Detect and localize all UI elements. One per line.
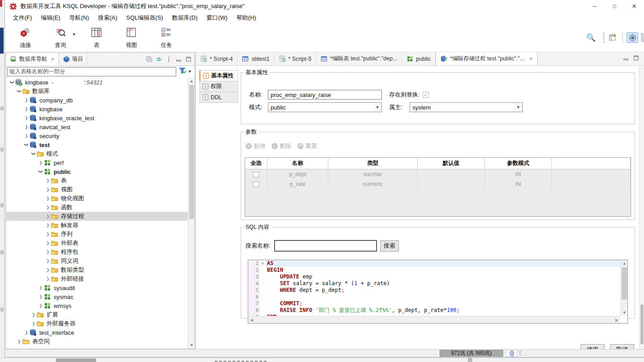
tree-item-表[interactable]: ❯表 [6,176,188,185]
scrollbar-thumb[interactable] [189,85,194,219]
scrollbar-thumb[interactable] [640,304,644,345]
param-row[interactable]: p_ratenumericIN [245,179,631,189]
editor-tab[interactable]: * Script-5 [275,52,316,65]
minimize-pane-icon[interactable] [175,56,182,63]
menu-item[interactable]: 导航(N) [65,13,93,23]
tree-item-wmsys[interactable]: ❯wmsys [6,301,188,310]
expand-icon[interactable]: ❯ [38,286,44,290]
expand-icon[interactable]: ❯ [23,107,30,111]
collapse-icon[interactable]: ❯ [10,79,14,85]
expand-icon[interactable]: ❯ [30,321,37,326]
view-menu-icon[interactable] [165,56,172,63]
code-horizontal-scrollbar[interactable]: ◀ ▶ [248,316,620,323]
editor-tab[interactable]: *编辑存储过程 test."public"."...✕ [436,52,538,65]
collapse-all-icon[interactable] [146,56,153,63]
删除-button[interactable]: −删除 [271,142,291,150]
tree-item-navicat_test[interactable]: ❯navicat_test [6,122,188,131]
tree-item-sysaudit[interactable]: ❯sysaudit [6,283,188,292]
link-editor-icon[interactable] [156,56,162,63]
expand-icon[interactable]: ❯ [23,330,30,335]
collapse-icon[interactable]: ❯ [17,88,21,94]
tree-item-存储过程[interactable]: ❯存储过程 [6,212,188,221]
scroll-right-icon[interactable]: ▶ [615,318,619,322]
editor-tab[interactable]: * Script-4 [196,52,237,65]
tree-item-company_db[interactable]: ❯company_db [6,96,188,105]
scrollbar-thumb[interactable] [622,267,627,299]
menu-item[interactable]: SQL编辑器(S) [122,13,167,23]
视图-toolbar-button[interactable]: 视图 [117,26,146,49]
collapse-icon[interactable]: ❯ [38,168,43,175]
expand-icon[interactable]: ❯ [45,187,51,192]
param-row[interactable]: p_deptvarcharIN [245,169,631,179]
search-icon[interactable]: 🔍 [586,33,596,42]
query-dropdown-icon[interactable]: ▼ [72,32,76,37]
minimize-editor-icon[interactable] [623,55,629,63]
tab-projects[interactable]: 项目 [59,53,88,66]
menu-item[interactable]: 文件(F) [8,13,37,23]
tree-item-kingbase[interactable]: ❯kingbase [6,105,188,114]
menu-item[interactable]: 窗口(W) [202,13,232,23]
side-tab-DDL[interactable]: iDDL [199,92,238,103]
tree-item-视图[interactable]: ❯视图 [6,185,188,194]
row-checkbox[interactable] [253,181,259,187]
expand-icon[interactable]: ❯ [45,268,51,272]
maximize-pane-icon[interactable] [185,56,192,63]
row-checkbox[interactable] [253,172,259,177]
expand-icon[interactable]: ❯ [16,339,22,344]
editor-tab[interactable]: public [402,52,436,65]
scroll-down-icon[interactable]: ▼ [621,309,628,316]
expand-icon[interactable]: ❯ [45,196,51,201]
expand-icon[interactable]: ❯ [45,277,51,281]
editor-pane-scrollbar[interactable] [639,66,644,349]
tree-item-外部链接[interactable]: ❯外部链接 [6,274,188,283]
tree-item-perf[interactable]: ❯perf [6,158,188,167]
tree-item-public[interactable]: ❯public [6,167,188,176]
tree-item-外部服务器[interactable]: ❯外部服务器 [6,319,188,328]
replace-if-exists-checkbox[interactable]: ✓ [423,92,429,98]
owner-select[interactable]: system ▼ [410,102,523,112]
tree-item-数据类型[interactable]: ❯数据类型 [6,265,188,274]
collapse-icon[interactable]: ❯ [24,142,29,148]
expand-icon[interactable]: ❯ [38,295,44,299]
tree-item-表空间[interactable]: ❯表空间 [6,337,188,346]
filter-funnel-icon[interactable] [179,67,186,76]
tree-item-序列[interactable]: ❯序列 [6,230,188,239]
tree-item-同义词[interactable]: ❯同义词 [6,257,188,265]
table-name-filter-input[interactable] [7,67,176,76]
close-button[interactable]: ✕ [624,0,644,13]
任务-toolbar-button[interactable]: 任务 [152,26,181,49]
maximize-editor-icon[interactable] [633,55,640,63]
expand-icon[interactable]: ❯ [23,134,30,138]
minimize-button[interactable]: ─ [585,0,605,13]
procedure-name-input[interactable] [268,90,382,100]
tab-database-navigator[interactable]: 数据库导航 ✕ [6,53,59,66]
menu-item[interactable]: 搜索(A) [93,13,122,23]
schema-select[interactable]: public ▼ [268,102,382,112]
查询-toolbar-button[interactable]: 查询 [46,26,75,49]
expand-icon[interactable]: ❯ [45,205,51,210]
scroll-up-icon[interactable]: ▲ [188,78,195,84]
scroll-left-icon[interactable]: ◀ [250,318,253,322]
sql-search-button[interactable]: 搜索 [380,240,399,252]
expand-icon[interactable]: ❯ [45,223,51,227]
tree-item-扩展[interactable]: ❯扩展 [6,310,188,319]
表-toolbar-button[interactable]: 表 [82,26,111,49]
expand-icon[interactable]: ❯ [45,232,51,236]
menu-item[interactable]: 数据库(D) [168,13,202,23]
tree-item-kingbase[interactable]: ❯kingbase-':54321 [6,78,188,87]
tree-item-数据库[interactable]: ❯数据库 [6,87,188,96]
expand-icon[interactable]: ❯ [23,125,30,129]
fold-icon[interactable]: ⊖ [260,260,265,267]
tree-item-程序包[interactable]: ❯程序包 [6,248,188,257]
重置-button[interactable]: ↶重置 [297,142,317,150]
close-tab-icon[interactable]: ✕ [51,57,55,62]
expand-icon[interactable]: ❯ [23,98,30,102]
editor-tab[interactable]: *编辑表 test."public"."dep... [316,52,402,65]
filter-dropdown-icon[interactable]: ▼ [188,69,192,74]
tree-item-kingbase_oracle_test[interactable]: ❯kingbase_oracle_test [6,114,188,122]
expand-icon[interactable]: ❯ [45,214,51,219]
collapse-icon[interactable]: ❯ [31,151,36,157]
expand-icon[interactable]: ❯ [45,178,51,183]
expand-icon[interactable]: ❯ [45,250,51,254]
scroll-up-icon[interactable]: ▲ [621,260,628,267]
